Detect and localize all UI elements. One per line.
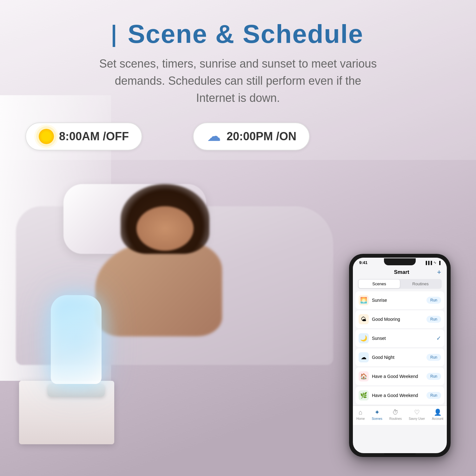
- scene-list: 🌅 Sunrise Run 🌤 Good Mooring Run 🌙 Sunse…: [353, 291, 447, 406]
- scenes-nav-icon: ✦: [374, 408, 380, 416]
- tab-scenes[interactable]: Scenes: [359, 280, 400, 288]
- scene-name-good-weekend-1: Have a Good Weekend: [372, 374, 426, 379]
- nav-home[interactable]: ⌂ Home: [356, 409, 365, 420]
- subtitle: Set scenes, timers, sunrise and sunset t…: [95, 55, 381, 107]
- scene-name-good-morning: Good Mooring: [372, 317, 426, 322]
- scene-item-sunrise[interactable]: 🌅 Sunrise Run: [355, 291, 444, 309]
- add-button[interactable]: +: [437, 268, 441, 276]
- home-nav-label: Home: [356, 417, 365, 420]
- run-button-good-night[interactable]: Run: [426, 354, 441, 361]
- sun-icon: [39, 129, 54, 144]
- scene-name-good-weekend-2: Have a Good Weekend: [372, 393, 426, 398]
- app-title: Smart: [366, 269, 437, 275]
- app-header: Smart +: [353, 266, 447, 279]
- schedule-morning-label: 8:00AM /OFF: [59, 130, 129, 143]
- schedule-badges: 8:00AM /OFF ☁ 20:00PM /ON: [25, 122, 451, 150]
- savvy-user-nav-label: Savvy User: [409, 417, 425, 420]
- scenes-nav-label: Scenes: [372, 417, 382, 420]
- schedule-badge-evening: ☁ 20:00PM /ON: [193, 122, 310, 150]
- battery-icon: ▐: [438, 261, 440, 265]
- savvy-user-nav-icon: ♡: [414, 408, 420, 416]
- scene-item-good-morning[interactable]: 🌤 Good Mooring Run: [355, 310, 444, 328]
- scene-item-good-weekend-1[interactable]: 🏠 Have a Good Weekend Run: [355, 367, 444, 385]
- title-bar: [113, 25, 115, 47]
- nav-routines[interactable]: ⏱ Routines: [389, 409, 402, 420]
- account-nav-icon: 👤: [434, 408, 442, 416]
- run-button-good-morning[interactable]: Run: [426, 316, 441, 323]
- account-nav-label: Account: [432, 417, 443, 420]
- scene-name-sunset: Sunset: [372, 336, 436, 341]
- scene-name-sunrise: Sunrise: [372, 298, 426, 303]
- phone-container: 9:41 ▐▐▐ ∿ ▐ Smart + Scenes Routines: [349, 254, 451, 457]
- routines-nav-label: Routines: [389, 417, 402, 420]
- scene-icon-good-morning: 🌤: [359, 314, 369, 324]
- phone-notch: [384, 258, 416, 265]
- phone-screen: 9:41 ▐▐▐ ∿ ▐ Smart + Scenes Routines: [353, 258, 447, 453]
- scene-item-good-night[interactable]: ☁ Good Night Run: [355, 348, 444, 366]
- scene-name-good-night: Good Night: [372, 355, 426, 360]
- routines-nav-icon: ⏱: [392, 409, 399, 416]
- scene-item-good-weekend-2[interactable]: 🌿 Have a Good Weekend Run: [355, 387, 444, 404]
- scene-icon-sunrise: 🌅: [359, 295, 369, 305]
- scene-icon-good-night: ☁: [359, 352, 369, 362]
- status-time: 9:41: [359, 260, 367, 265]
- run-button-sunrise[interactable]: Run: [426, 297, 441, 304]
- smart-lamp: [51, 295, 105, 397]
- nav-account[interactable]: 👤 Account: [432, 408, 443, 420]
- nav-savvy-user[interactable]: ♡ Savvy User: [409, 408, 425, 420]
- run-button-good-weekend-2[interactable]: Run: [426, 392, 441, 399]
- signal-icon: ▐▐▐: [425, 261, 432, 265]
- home-indicator: [384, 453, 416, 454]
- schedule-badge-morning: 8:00AM /OFF: [25, 122, 142, 150]
- scene-icon-good-weekend-2: 🌿: [359, 390, 369, 400]
- page-title: Scene & Schedule: [25, 19, 451, 49]
- status-icons: ▐▐▐ ∿ ▐: [425, 261, 440, 265]
- run-button-good-weekend-1[interactable]: Run: [426, 373, 441, 380]
- scene-item-sunset[interactable]: 🌙 Sunset ✓: [355, 329, 444, 347]
- app-tabs: Scenes Routines: [358, 279, 442, 289]
- check-icon-sunset: ✓: [436, 335, 441, 342]
- phone-mockup: 9:41 ▐▐▐ ∿ ▐ Smart + Scenes Routines: [349, 254, 451, 457]
- home-nav-icon: ⌂: [359, 409, 362, 416]
- lamp-base: [48, 384, 105, 397]
- tab-routines[interactable]: Routines: [400, 280, 441, 288]
- lamp-body: [51, 295, 102, 384]
- wifi-icon: ∿: [433, 261, 436, 265]
- moon-cloud-icon: ☁: [206, 129, 221, 144]
- schedule-evening-label: 20:00PM /ON: [227, 130, 296, 143]
- app-bottom-nav: ⌂ Home ✦ Scenes ⏱ Routines ♡ Savvy User …: [353, 406, 447, 425]
- header-section: Scene & Schedule Set scenes, timers, sun…: [0, 0, 476, 160]
- nav-scenes[interactable]: ✦ Scenes: [372, 408, 382, 420]
- scene-icon-good-weekend-1: 🏠: [359, 371, 369, 381]
- scene-icon-sunset: 🌙: [359, 333, 369, 343]
